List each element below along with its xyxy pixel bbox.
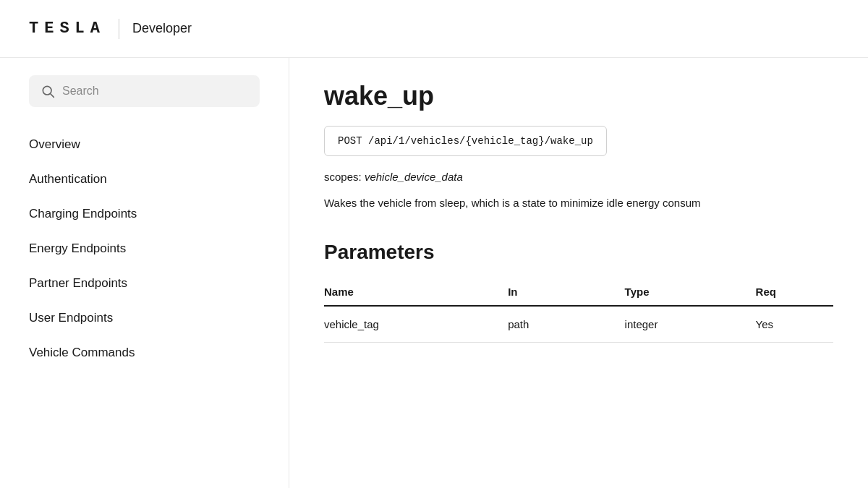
search-icon-svg [41, 84, 55, 98]
param-name: vehicle_tag [324, 306, 508, 343]
sidebar: Search Overview Authentication Charging … [0, 58, 289, 488]
sidebar-item-partner-endpoints[interactable]: Partner Endpoints [29, 266, 260, 301]
logo-divider [119, 19, 119, 39]
endpoint-url-box: POST /api/1/vehicles/{vehicle_tag}/wake_… [324, 126, 607, 156]
developer-label: Developer [132, 21, 192, 36]
endpoint-title: wake_up [324, 81, 833, 111]
param-type: integer [625, 306, 756, 343]
col-header-name: Name [324, 278, 508, 306]
scopes-line: scopes: vehicle_device_data [324, 171, 833, 183]
scopes-label: scopes: [324, 171, 362, 183]
search-icon [41, 84, 55, 98]
params-table-header: Name In Type Req [324, 278, 833, 306]
col-header-req: Req [756, 278, 833, 306]
sidebar-item-vehicle-commands[interactable]: Vehicle Commands [29, 335, 260, 370]
sidebar-item-charging-endpoints[interactable]: Charging Endpoints [29, 197, 260, 231]
scopes-value: vehicle_device_data [365, 171, 463, 183]
header: TESLA Developer [0, 0, 868, 58]
search-placeholder: Search [62, 85, 99, 98]
sidebar-nav: Overview Authentication Charging Endpoin… [29, 127, 260, 370]
tesla-logo: TESLA [29, 20, 106, 38]
endpoint-description: Wakes the vehicle from sleep, which is a… [324, 194, 833, 212]
col-header-in: In [508, 278, 624, 306]
layout: Search Overview Authentication Charging … [0, 58, 868, 488]
sidebar-item-overview[interactable]: Overview [29, 127, 260, 162]
search-box[interactable]: Search [29, 75, 260, 107]
main-content: wake_up POST /api/1/vehicles/{vehicle_ta… [289, 58, 868, 488]
param-in: path [508, 306, 624, 343]
sidebar-item-energy-endpoints[interactable]: Energy Endpoints [29, 231, 260, 266]
parameters-section-title: Parameters [324, 241, 833, 264]
sidebar-item-user-endpoints[interactable]: User Endpoints [29, 301, 260, 335]
sidebar-item-authentication[interactable]: Authentication [29, 162, 260, 197]
param-required: Yes [756, 306, 833, 343]
table-row: vehicle_tag path integer Yes [324, 306, 833, 343]
svg-line-1 [51, 94, 54, 98]
col-header-type: Type [625, 278, 756, 306]
params-header-row: Name In Type Req [324, 278, 833, 306]
params-table-body: vehicle_tag path integer Yes [324, 306, 833, 343]
parameters-table: Name In Type Req vehicle_tag path intege… [324, 278, 833, 343]
